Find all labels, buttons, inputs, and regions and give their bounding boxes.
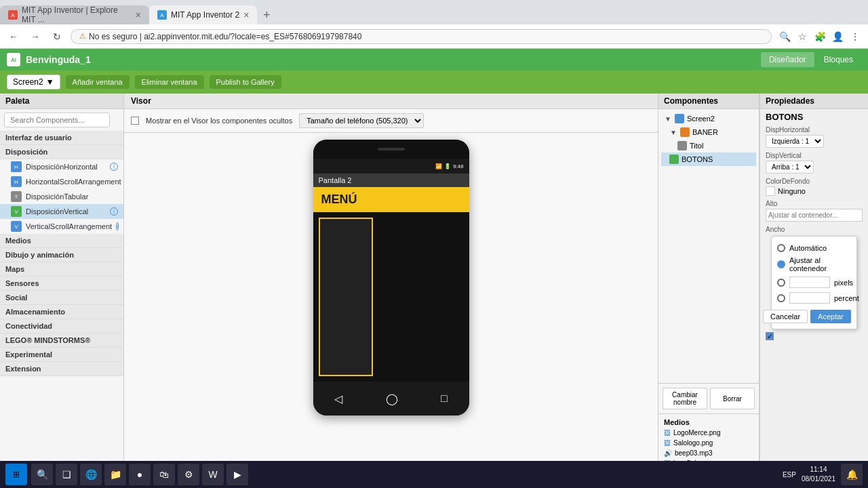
- tab-2[interactable]: A MIT App Inventor 2 ×: [149, 5, 257, 24]
- palette-item-disphorizontal[interactable]: H DisposiciónHorizontal i: [0, 159, 123, 174]
- percent-input[interactable]: [789, 292, 830, 304]
- media-label-2: beep03.mp3: [675, 449, 713, 457]
- tab-2-close[interactable]: ×: [243, 9, 249, 20]
- palette-section-medios[interactable]: Medios: [0, 234, 123, 248]
- palette-item-icon-hscroll: H: [11, 176, 22, 187]
- phone-screen: 📶 🔋 9:48 Pantalla 2 MENÚ: [313, 159, 469, 382]
- tree-item-titol[interactable]: Titol: [661, 139, 756, 152]
- phone-size-select[interactable]: Tamaño del teléfono (505,320): [299, 113, 424, 128]
- radio-percent[interactable]: percent: [777, 290, 851, 306]
- taskbar-taskview-icon[interactable]: ❑: [56, 464, 77, 485]
- screen-selector[interactable]: Screen2 ▼: [7, 75, 60, 89]
- forward-button[interactable]: →: [27, 28, 43, 45]
- palette-section-maps[interactable]: Maps: [0, 262, 123, 277]
- prop-input-alto[interactable]: [766, 209, 863, 222]
- taskbar-folder-icon[interactable]: 📁: [104, 464, 126, 485]
- media-item-2[interactable]: 🔊 beep03.mp3: [661, 448, 756, 458]
- palette-item-icon-dispvertical: V: [11, 206, 22, 217]
- prop-select-disph[interactable]: Izquierda : 1: [766, 135, 824, 148]
- media-item-0[interactable]: 🖼 LogoMerce.png: [661, 428, 756, 438]
- color-swatch[interactable]: [766, 186, 775, 196]
- radio-pixels[interactable]: pixels: [777, 274, 851, 290]
- url-bar[interactable]: ⚠ No es seguro | ai2.appinventor.mit.edu…: [71, 29, 772, 44]
- component-tree: ▼ Screen2 ▼ BANER Titol BOTONS: [658, 109, 759, 383]
- pixels-input[interactable]: [789, 277, 830, 288]
- taskbar-store-icon[interactable]: 🛍: [153, 464, 175, 485]
- tab-1-close[interactable]: ×: [136, 9, 141, 20]
- menu-icon[interactable]: ⋮: [848, 29, 863, 44]
- prop-select-dispv[interactable]: Arriba : 1: [766, 161, 814, 174]
- hidden-components-checkbox[interactable]: [131, 117, 139, 125]
- palette-section-social[interactable]: Social: [0, 291, 123, 305]
- media-item-1[interactable]: 🖼 Salologo.png: [661, 438, 756, 448]
- blocks-tab[interactable]: Bloques: [816, 52, 861, 67]
- radio-automatico[interactable]: Automático: [777, 242, 851, 254]
- taskbar-browser-icon[interactable]: 🌐: [80, 464, 102, 485]
- palette-item-info-dispvertical[interactable]: i: [110, 207, 118, 216]
- radio-ajustar[interactable]: Ajustar al contenedor: [777, 254, 851, 274]
- palette-section-conectividad[interactable]: Conectividad: [0, 319, 123, 333]
- tree-expand-screen2[interactable]: ▼: [664, 115, 672, 123]
- taskbar-date-value: 08/01/2021: [802, 474, 835, 484]
- refresh-button[interactable]: ↻: [49, 28, 65, 45]
- tree-item-screen2[interactable]: ▼ Screen2: [661, 112, 756, 125]
- radio-btn-ajustar[interactable]: [777, 260, 785, 268]
- palette-item-tabular[interactable]: T DisposiciónTabular: [0, 189, 123, 204]
- main-layout: Paleta Interfaz de usuario Disposición H…: [0, 94, 868, 488]
- accept-button[interactable]: Aceptar: [810, 310, 851, 323]
- palette-section-disposicion[interactable]: Disposición: [0, 145, 123, 159]
- rename-component-button[interactable]: Cambiar nombre: [663, 388, 707, 409]
- taskbar-time-value: 11:14: [802, 465, 835, 474]
- phone-left-box: [319, 218, 373, 376]
- radio-btn-pixels[interactable]: [777, 279, 785, 287]
- media-icon-0: 🖼: [664, 429, 671, 436]
- tree-label-titol: Titol: [690, 142, 703, 150]
- palette-item-vscroll[interactable]: V VerticalScrollArrangement i: [0, 219, 123, 234]
- security-lock-icon: ⚠: [79, 32, 86, 41]
- notification-icon[interactable]: 🔔: [841, 464, 863, 485]
- palette-item-dispvertical[interactable]: V DisposiciónVertical i: [0, 204, 123, 219]
- prop-checkbox[interactable]: ✓: [766, 332, 774, 340]
- publish-button[interactable]: Publish to Gallery: [210, 75, 281, 89]
- palette-item-info-disphorizontal[interactable]: i: [110, 163, 118, 171]
- start-button[interactable]: ⊞: [5, 464, 27, 485]
- palette-item-icon-disphorizontal: H: [11, 161, 22, 172]
- palette-section-almacenamiento[interactable]: Almacenamiento: [0, 305, 123, 319]
- palette-search-input[interactable]: [4, 113, 110, 127]
- extension-icon[interactable]: 🧩: [812, 29, 827, 44]
- taskbar-word-icon[interactable]: W: [202, 464, 224, 485]
- palette-item-info-vscroll[interactable]: i: [116, 222, 119, 230]
- cancel-button[interactable]: Cancelar: [763, 310, 808, 323]
- palette-section-lego[interactable]: LEGO® MINDSTORMS®: [0, 333, 123, 348]
- bookmark-icon[interactable]: ☆: [795, 29, 810, 44]
- media-label-0: LogoMerce.png: [673, 429, 721, 436]
- palette-section-ui[interactable]: Interfaz de usuario: [0, 131, 123, 145]
- components-title: Componentes: [658, 94, 759, 109]
- taskbar-chrome-icon[interactable]: ●: [129, 464, 151, 485]
- media-label-1: Salologo.png: [673, 439, 713, 447]
- palette-section-extension[interactable]: Extension: [0, 362, 123, 376]
- palette-item-hscroll[interactable]: H HorizontalScrollArrangement i: [0, 174, 123, 189]
- designer-tab[interactable]: Diseñador: [761, 52, 814, 67]
- add-screen-button[interactable]: Añadir ventana: [66, 75, 130, 89]
- tree-expand-baner[interactable]: ▼: [669, 128, 677, 136]
- new-tab-button[interactable]: +: [257, 5, 276, 24]
- palette-section-experimental[interactable]: Experimental: [0, 348, 123, 362]
- taskbar-search-icon[interactable]: 🔍: [31, 464, 53, 485]
- tree-item-botons[interactable]: BOTONS: [661, 152, 756, 166]
- search-icon[interactable]: 🔍: [777, 29, 792, 44]
- palette-item-icon-tabular: T: [11, 191, 22, 202]
- taskbar-dev-icon[interactable]: ▶: [226, 464, 248, 485]
- palette-section-sensores[interactable]: Sensores: [0, 277, 123, 291]
- tab-1[interactable]: A MIT App Inventor | Explore MIT ... ×: [0, 5, 149, 24]
- tree-item-baner[interactable]: ▼ BANER: [661, 125, 756, 139]
- radio-btn-automatico[interactable]: [777, 244, 785, 252]
- back-button[interactable]: ←: [5, 28, 22, 45]
- taskbar-apps-icon[interactable]: ⚙: [178, 464, 199, 485]
- remove-screen-button[interactable]: Eliminar ventana: [135, 75, 204, 89]
- radio-btn-percent[interactable]: [777, 294, 785, 302]
- delete-component-button[interactable]: Borrar: [710, 388, 755, 409]
- palette-section-dibujo[interactable]: Dibujo y animación: [0, 248, 123, 262]
- tab-2-label: MIT App Inventor 2: [171, 10, 239, 20]
- profile-icon[interactable]: 👤: [830, 29, 845, 44]
